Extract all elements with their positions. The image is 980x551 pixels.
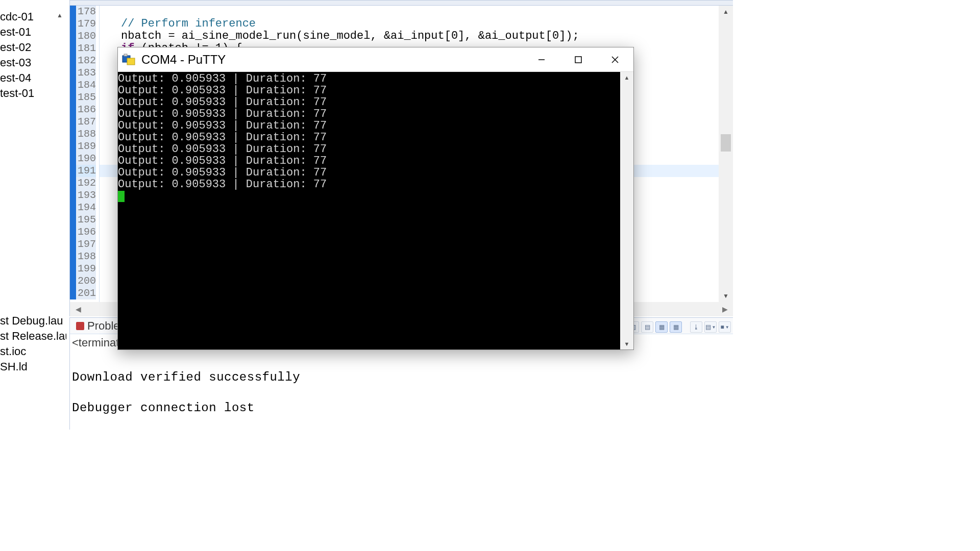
line-number: 179 [70, 18, 96, 30]
terminal-line: Output: 0.905933 | Duration: 77 [118, 73, 619, 85]
line-number: 198 [70, 251, 96, 263]
terminal-line: Output: 0.905933 | Duration: 77 [118, 143, 619, 155]
close-icon [611, 56, 619, 63]
scroll-down-icon[interactable]: ▼ [620, 338, 633, 349]
project-list: cdc-01 est-01 est-02 est-03 est-04 test-… [0, 9, 53, 101]
terminal-line: Output: 0.905933 | Duration: 77 [118, 167, 619, 179]
file-item[interactable]: SH.ld [0, 359, 66, 374]
minimize-icon [538, 56, 545, 63]
putty-terminal[interactable]: Output: 0.905933 | Duration: 77Output: 0… [118, 72, 620, 349]
line-number: 190 [70, 153, 96, 165]
putty-icon [122, 54, 136, 66]
toolbar-button[interactable]: ⭳ [690, 321, 702, 333]
project-item[interactable]: cdc-01 [0, 9, 53, 24]
line-number: 185 [70, 91, 96, 104]
putty-titlebar[interactable]: COM4 - PuTTY [118, 47, 633, 72]
line-number: 187 [70, 116, 96, 128]
editor-tabs-strip [70, 1, 733, 6]
scroll-down-icon[interactable]: ▼ [719, 290, 733, 302]
terminal-cursor [118, 191, 125, 202]
project-explorer: ▲ cdc-01 est-01 est-02 est-03 est-04 tes… [0, 0, 66, 423]
line-number: 189 [70, 140, 96, 153]
putty-window: COM4 - PuTTY Output: 0.905933 | Duration… [117, 47, 634, 350]
toolbar-button[interactable]: ▦ [655, 321, 668, 333]
console-line: Debugger connection lost [72, 400, 731, 416]
problems-icon [76, 322, 84, 330]
console-line: Download verified successfully [72, 370, 731, 385]
code-line [100, 6, 733, 18]
line-number: 194 [70, 202, 96, 214]
line-number: 195 [70, 214, 96, 226]
putty-scrollbar[interactable]: ▲ ▼ [620, 72, 633, 349]
editor-vertical-scrollbar[interactable]: ▲ ▼ [719, 6, 733, 302]
terminal-line: Output: 0.905933 | Duration: 77 [118, 155, 619, 167]
line-number: 196 [70, 226, 96, 238]
putty-title-text: COM4 - PuTTY [141, 53, 226, 67]
line-number: 197 [70, 238, 96, 251]
project-item[interactable]: est-03 [0, 55, 53, 70]
scroll-left-icon[interactable]: ◀ [70, 302, 86, 316]
line-number: 180 [70, 30, 96, 42]
line-number: 192 [70, 177, 96, 189]
line-number: 184 [70, 79, 96, 91]
file-item[interactable]: st.ioc [0, 344, 66, 359]
line-number: 186 [70, 104, 96, 116]
line-number: 182 [70, 55, 96, 67]
line-number: 193 [70, 189, 96, 202]
line-number: 183 [70, 67, 96, 79]
file-item[interactable]: st Debug.lau [0, 313, 66, 329]
maximize-icon [575, 56, 582, 63]
code-line: // Perform inference [100, 18, 733, 30]
close-button[interactable] [597, 47, 633, 72]
project-item[interactable]: est-04 [0, 70, 53, 86]
svg-rect-2 [124, 54, 127, 56]
line-number: 188 [70, 128, 96, 140]
toolbar-button[interactable]: ▦ [670, 321, 682, 333]
toolbar-dropdown[interactable]: ▤ [704, 321, 717, 333]
toolbar-button[interactable]: ▤ [641, 321, 653, 333]
sidebar-scroll-up[interactable]: ▲ [53, 9, 66, 21]
terminal-line: Output: 0.905933 | Duration: 77 [118, 96, 619, 108]
minimize-button[interactable] [523, 47, 560, 72]
code-line: nbatch = ai_sine_model_run(sine_model, &… [100, 30, 733, 42]
toolbar-dropdown[interactable]: ■ [719, 321, 731, 333]
svg-rect-4 [575, 57, 581, 63]
line-number: 181 [70, 42, 96, 55]
terminal-line: Output: 0.905933 | Duration: 77 [118, 108, 619, 120]
line-number: 178 [70, 6, 96, 18]
terminal-line: Output: 0.905933 | Duration: 77 [118, 120, 619, 132]
line-number: 191 [70, 165, 96, 177]
maximize-button[interactable] [560, 47, 597, 72]
project-item[interactable]: est-01 [0, 24, 53, 40]
file-item[interactable]: st Release.lau [0, 329, 66, 344]
project-item[interactable]: est-02 [0, 40, 53, 55]
svg-rect-1 [127, 58, 135, 65]
file-list: st Debug.lau st Release.lau st.ioc SH.ld [0, 313, 66, 374]
line-number: 199 [70, 263, 96, 275]
scroll-right-icon[interactable]: ▶ [717, 302, 733, 316]
project-item[interactable]: test-01 [0, 86, 53, 101]
console-output[interactable]: Download verified successfully Debugger … [70, 352, 733, 419]
terminal-line: Output: 0.905933 | Duration: 77 [118, 179, 619, 190]
terminal-line: Output: 0.905933 | Duration: 77 [118, 132, 619, 143]
line-number: 201 [70, 287, 96, 299]
scroll-up-icon[interactable]: ▲ [620, 72, 633, 83]
line-number-gutter: 1781791801811821831841851861871881891901… [70, 6, 100, 302]
scroll-up-icon[interactable]: ▲ [719, 6, 733, 18]
terminal-line: Output: 0.905933 | Duration: 77 [118, 85, 619, 96]
line-number: 200 [70, 275, 96, 287]
